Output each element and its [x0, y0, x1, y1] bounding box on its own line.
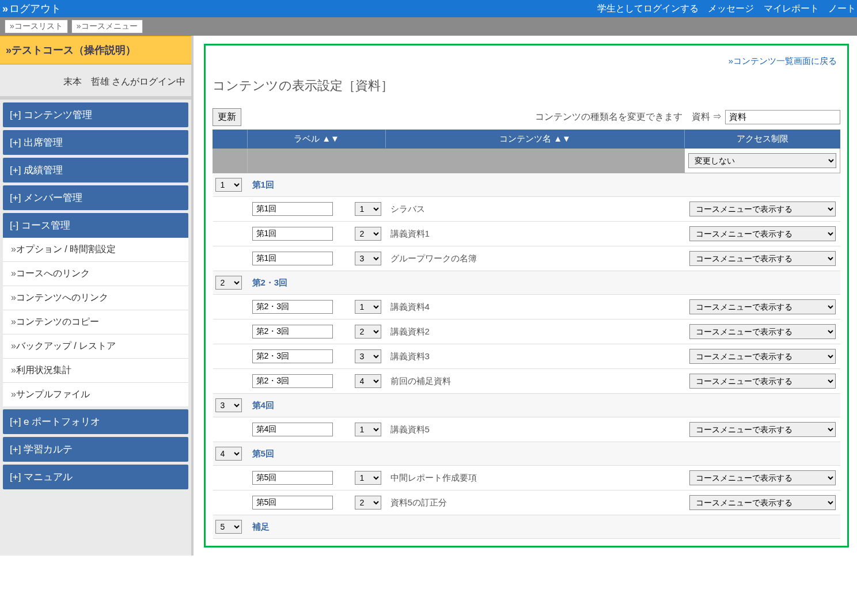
item-access-select[interactable]: コースメニューで表示する	[689, 470, 836, 485]
item-order-select[interactable]: 2	[355, 227, 381, 241]
item-row: 4前回の補足資料コースメニューで表示する	[213, 369, 840, 394]
item-row: 3グループワークの名簿コースメニューで表示する	[213, 246, 840, 271]
item-access-select[interactable]: コースメニューで表示する	[689, 349, 836, 364]
item-row: 1シラバスコースメニューで表示する	[213, 197, 840, 222]
breadcrumb-course-list[interactable]: コースリスト	[5, 20, 68, 33]
item-access-select[interactable]: コースメニューで表示する	[689, 374, 836, 389]
rename-label: コンテンツの種類名を変更できます 資料 ⇒	[535, 111, 722, 123]
item-order-select[interactable]: 2	[355, 325, 381, 339]
item-label-input[interactable]	[252, 202, 333, 216]
sidebar-item-option-schedule[interactable]: オプション / 時間割設定	[3, 238, 188, 261]
group-row: 4第5回	[213, 442, 840, 466]
item-access-select[interactable]: コースメニューで表示する	[689, 422, 836, 437]
item-label-input[interactable]	[252, 227, 333, 241]
item-order-select[interactable]: 1	[355, 202, 381, 216]
sidebar-content-admin[interactable]: [+] コンテンツ管理	[3, 102, 188, 127]
item-order-select[interactable]: 1	[355, 471, 381, 485]
group-row: 3第4回	[213, 394, 840, 417]
group-order-select[interactable]: 3	[215, 398, 242, 412]
breadcrumb: コースリスト コースメニュー	[0, 17, 857, 36]
content-name: 前回の補足資料	[390, 376, 451, 386]
sort-icon[interactable]: ▲▼	[322, 134, 339, 143]
item-label-input[interactable]	[252, 300, 333, 314]
breadcrumb-course-menu[interactable]: コースメニュー	[71, 20, 143, 33]
group-order-select[interactable]: 1	[215, 178, 242, 192]
group-row: 2第2・3回	[213, 271, 840, 295]
item-label-input[interactable]	[252, 252, 333, 265]
item-order-select[interactable]: 1	[355, 423, 381, 436]
th-label[interactable]: ラベル▲▼	[248, 130, 386, 149]
content-name: 講義資料3	[390, 351, 430, 361]
sidebar-course-admin[interactable]: [-] コース管理	[3, 213, 188, 238]
login-as-student-link[interactable]: 学生としてログインする	[597, 3, 699, 13]
item-row: 1講義資料5コースメニューで表示する	[213, 417, 840, 442]
group-label: 第5回	[252, 448, 274, 458]
group-label: 第4回	[252, 400, 274, 410]
sidebar-grade-admin[interactable]: [+] 成績管理	[3, 158, 188, 182]
item-access-select[interactable]: コースメニューで表示する	[689, 201, 836, 216]
item-row: 3講義資料3コースメニューで表示する	[213, 344, 840, 369]
sidebar-item-backup-restore[interactable]: バックアップ / レストア	[3, 334, 188, 358]
th-access: アクセス制限	[685, 130, 840, 149]
sidebar-item-sample-file[interactable]: サンプルファイル	[3, 382, 188, 406]
item-access-select[interactable]: コースメニューで表示する	[689, 495, 836, 510]
sidebar-course-admin-submenu: オプション / 時間割設定 コースへのリンク コンテンツへのリンク コンテンツの…	[3, 238, 188, 406]
my-report-link[interactable]: マイレポート	[764, 3, 819, 13]
item-order-select[interactable]: 4	[355, 374, 381, 388]
item-access-select[interactable]: コースメニューで表示する	[689, 251, 836, 266]
content-name: 資料5の訂正分	[390, 497, 447, 507]
sidebar-item-course-link[interactable]: コースへのリンク	[3, 261, 188, 286]
rename-input[interactable]	[725, 110, 840, 124]
item-label-input[interactable]	[252, 423, 333, 436]
item-label-input[interactable]	[252, 471, 333, 485]
item-access-select[interactable]: コースメニューで表示する	[689, 226, 836, 241]
sidebar-item-usage-stats[interactable]: 利用状況集計	[3, 358, 188, 382]
group-order-select[interactable]: 5	[215, 520, 242, 534]
group-row: 1第1回	[213, 173, 840, 197]
content-frame: コンテンツ一覧画面に戻る コンテンツの表示設定［資料］ 更新 コンテンツの種類名…	[204, 44, 849, 547]
item-row: 2講義資料1コースメニューで表示する	[213, 222, 840, 246]
sort-icon[interactable]: ▲▼	[553, 134, 571, 143]
item-row: 2講義資料2コースメニューで表示する	[213, 320, 840, 344]
item-label-input[interactable]	[252, 374, 333, 388]
item-label-input[interactable]	[252, 496, 333, 509]
sidebar-member-admin[interactable]: [+] メンバー管理	[3, 185, 188, 210]
update-button[interactable]: 更新	[213, 108, 241, 126]
note-link[interactable]: ノート	[828, 3, 856, 13]
back-to-content-list-link[interactable]: コンテンツ一覧画面に戻る	[729, 56, 837, 66]
content-name: 講義資料1	[390, 229, 430, 238]
th-content-name[interactable]: コンテンツ名▲▼	[386, 130, 685, 149]
sidebar-eportfolio[interactable]: [+] e ポートフォリオ	[3, 409, 188, 434]
sidebar-item-content-copy[interactable]: コンテンツのコピー	[3, 310, 188, 334]
filter-access-select[interactable]: 変更しない	[688, 153, 836, 168]
filter-row: 変更しない	[213, 149, 840, 173]
content-name: 中間レポート作成要項	[390, 473, 477, 482]
messages-link[interactable]: メッセージ	[708, 3, 754, 13]
group-label: 第2・3回	[252, 277, 288, 287]
page-title: コンテンツの表示設定［資料］	[213, 77, 840, 94]
item-order-select[interactable]: 3	[355, 252, 381, 265]
top-bar: ログアウト 学生としてログインする メッセージ マイレポート ノート	[0, 0, 857, 17]
content-name: 講義資料2	[390, 326, 430, 336]
item-order-select[interactable]: 3	[355, 349, 381, 363]
login-status: 末本 哲雄 さんがログイン中	[0, 64, 191, 100]
sidebar-manual[interactable]: [+] マニュアル	[3, 465, 188, 489]
content-table: ラベル▲▼ コンテンツ名▲▼ アクセス制限	[213, 130, 840, 539]
item-order-select[interactable]: 2	[355, 496, 381, 509]
sidebar-attendance-admin[interactable]: [+] 出席管理	[3, 130, 188, 155]
item-access-select[interactable]: コースメニューで表示する	[689, 299, 836, 314]
group-order-select[interactable]: 2	[215, 276, 242, 290]
course-title[interactable]: テストコース（操作説明）	[0, 36, 191, 64]
logout-link[interactable]: ログアウト	[2, 3, 61, 14]
item-label-input[interactable]	[252, 325, 333, 339]
item-label-input[interactable]	[252, 349, 333, 363]
item-order-select[interactable]: 1	[355, 300, 381, 314]
sidebar-study-karte[interactable]: [+] 学習カルテ	[3, 437, 188, 462]
group-order-select[interactable]: 4	[215, 447, 242, 461]
main-content: コンテンツ一覧画面に戻る コンテンツの表示設定［資料］ 更新 コンテンツの種類名…	[194, 36, 857, 556]
th-order	[213, 130, 248, 149]
sidebar-item-content-link[interactable]: コンテンツへのリンク	[3, 286, 188, 310]
sidebar: テストコース（操作説明） 末本 哲雄 さんがログイン中 [+] コンテンツ管理 …	[0, 36, 194, 556]
item-access-select[interactable]: コースメニューで表示する	[689, 324, 836, 339]
content-name: シラバス	[390, 204, 425, 214]
